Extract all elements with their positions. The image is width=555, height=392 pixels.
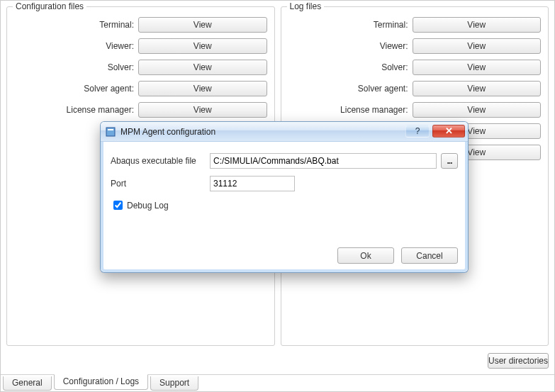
config-row-solver: Solver: View <box>14 60 267 75</box>
config-view-terminal-button[interactable]: View <box>138 17 267 33</box>
debug-log-label[interactable]: Debug Log <box>127 201 169 211</box>
abq-path-row: Abaqus executable file ... <box>111 153 458 169</box>
config-view-license-manager-button[interactable]: View <box>138 102 267 118</box>
log-view-solver-agent-button[interactable]: View <box>413 81 542 96</box>
dialog-button-row: Ok Cancel <box>111 247 458 264</box>
port-label: Port <box>111 179 210 189</box>
dialog-title: MPM Agent configuration <box>120 127 215 137</box>
mpm-agent-config-dialog: MPM Agent configuration ? ✕ Abaqus execu… <box>100 121 469 273</box>
config-label-license-manager: License manager: <box>14 105 138 115</box>
log-label-license-manager: License manager: <box>288 105 413 115</box>
log-legend: Log files <box>287 1 325 11</box>
config-label-solver-agent: Solver agent: <box>14 84 138 94</box>
main-area: Configuration files Terminal: View Viewe… <box>1 1 554 374</box>
abq-path-input[interactable] <box>210 153 437 169</box>
user-directories-button[interactable]: User directories <box>488 353 549 369</box>
config-row-solver-agent: Solver agent: View <box>14 81 267 96</box>
log-label-solver-agent: Solver agent: <box>288 84 413 94</box>
debug-log-row: Debug Log <box>111 198 458 212</box>
config-label-terminal: Terminal: <box>14 20 138 30</box>
debug-log-checkbox[interactable] <box>113 201 123 210</box>
log-view-license-manager-button[interactable]: View <box>413 102 542 118</box>
browse-button[interactable]: ... <box>441 153 458 169</box>
port-input[interactable] <box>210 176 295 191</box>
cancel-button[interactable]: Cancel <box>401 247 458 264</box>
abq-path-label: Abaqus executable file <box>111 156 210 166</box>
config-legend: Configuration files <box>13 1 86 11</box>
log-view-terminal-button[interactable]: View <box>413 17 542 33</box>
log-view-solver-button[interactable]: View <box>413 60 542 75</box>
tab-support[interactable]: Support <box>150 376 198 391</box>
config-label-solver: Solver: <box>14 62 138 72</box>
tab-configuration-logs[interactable]: Configuration / Logs <box>54 374 148 390</box>
log-row-solver: Solver: View <box>288 60 542 75</box>
ok-button[interactable]: Ok <box>337 247 394 264</box>
log-row-solver-agent: Solver agent: View <box>288 81 542 96</box>
dialog-close-button[interactable]: ✕ <box>432 125 465 138</box>
config-label-viewer: Viewer: <box>14 41 138 51</box>
app-window: Configuration files Terminal: View Viewe… <box>0 0 555 392</box>
config-row-viewer: Viewer: View <box>14 38 267 54</box>
config-view-solver-button[interactable]: View <box>138 60 267 75</box>
config-view-viewer-button[interactable]: View <box>138 38 267 54</box>
app-icon <box>105 126 116 138</box>
svg-rect-1 <box>108 129 113 130</box>
dialog-help-button[interactable]: ? <box>405 125 430 138</box>
log-row-viewer: Viewer: View <box>288 38 542 54</box>
dialog-titlebar[interactable]: MPM Agent configuration ? ✕ <box>101 122 468 142</box>
log-row-license-manager: License manager: View <box>288 102 542 118</box>
config-row-terminal: Terminal: View <box>14 17 267 33</box>
log-row-terminal: Terminal: View <box>288 17 542 33</box>
log-label-solver: Solver: <box>288 62 413 72</box>
tab-general[interactable]: General <box>3 376 52 391</box>
log-view-viewer-button[interactable]: View <box>413 38 542 54</box>
log-label-terminal: Terminal: <box>288 20 413 30</box>
tab-strip: General Configuration / Logs Support <box>1 374 554 391</box>
log-label-viewer: Viewer: <box>288 41 413 51</box>
svg-rect-0 <box>106 128 115 136</box>
config-row-license-manager: License manager: View <box>14 102 267 118</box>
config-view-solver-agent-button[interactable]: View <box>138 81 267 96</box>
port-row: Port <box>111 176 458 191</box>
dialog-body: Abaqus executable file ... Port Debug Lo… <box>101 142 468 272</box>
